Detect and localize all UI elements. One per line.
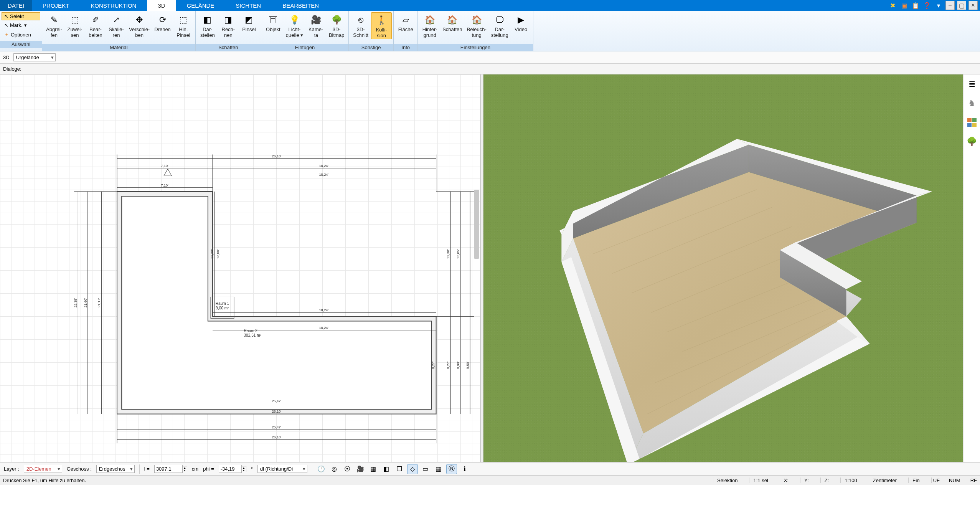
rechnen-button[interactable]: ◨Rech- nen bbox=[218, 12, 239, 38]
rec-icon[interactable]: ⦿ bbox=[342, 464, 353, 474]
kollision-button[interactable]: 🚶Kolli- sion bbox=[371, 12, 392, 39]
l-input[interactable] bbox=[154, 465, 183, 473]
verschieben-button[interactable]: ✥Verschie- ben bbox=[127, 12, 152, 38]
lichtquelle-button[interactable]: 💡Licht- quelle ▾ bbox=[284, 12, 305, 38]
schnitt3d-button[interactable]: ⎋3D- Schnitt bbox=[350, 12, 371, 38]
geschoss-select[interactable]: Erdgeschos bbox=[96, 465, 135, 473]
color-palette-icon[interactable] bbox=[966, 117, 978, 128]
material-tool-icon[interactable]: ▦ bbox=[368, 464, 379, 474]
play-icon: ▶ bbox=[514, 14, 528, 26]
stack-icon[interactable]: ❒ bbox=[394, 464, 405, 474]
close-button[interactable]: × bbox=[968, 1, 978, 10]
info-icon[interactable]: ℹ bbox=[459, 464, 470, 474]
darstellung-button[interactable]: 🖵Dar- stellung bbox=[489, 12, 511, 38]
l-input-wrap: ▲▼ bbox=[154, 465, 187, 473]
box-icon[interactable]: ▣ bbox=[899, 1, 909, 10]
svg-rect-81 bbox=[972, 123, 977, 127]
phi-input[interactable] bbox=[219, 465, 242, 473]
scroll-handle-2d[interactable] bbox=[474, 190, 479, 259]
house-bg-icon: 🏠 bbox=[423, 14, 437, 26]
tool-icon[interactable]: ✖ bbox=[888, 1, 897, 10]
bearbeiten-button[interactable]: ✐Bear- beiten bbox=[85, 12, 106, 38]
scale-icon: ⤢ bbox=[109, 14, 123, 26]
room2-name: Raum 2 bbox=[244, 329, 257, 333]
status-y: Y: bbox=[800, 478, 813, 483]
layers-icon[interactable]: ≣ bbox=[966, 78, 978, 90]
bitmap3d-button[interactable]: 🌳3D- Bitmap bbox=[326, 12, 347, 38]
view-2d[interactable]: Raum 1 9,00 m² Raum 2 302,51 m² bbox=[0, 74, 480, 462]
dialog-bar: Dialoge: bbox=[0, 64, 980, 74]
optionen-button[interactable]: ＋Optionen bbox=[2, 30, 40, 39]
status-sel: 1:1 sel bbox=[749, 478, 772, 483]
phi-spin-up[interactable]: ▲ bbox=[242, 466, 246, 469]
furniture-icon[interactable]: ♞ bbox=[966, 98, 978, 109]
dl-select[interactable]: dl (Richtung/Di bbox=[257, 465, 307, 473]
svg-text:13,05': 13,05' bbox=[456, 249, 460, 259]
layer-select[interactable]: 2D-Elemen bbox=[24, 465, 62, 473]
menu-3d[interactable]: 3D bbox=[147, 0, 176, 11]
menu-projekt[interactable]: PROJEKT bbox=[32, 0, 80, 11]
target-icon[interactable]: ◎ bbox=[329, 464, 340, 474]
svg-text:18,24': 18,24' bbox=[319, 173, 329, 177]
flaeche-button[interactable]: ▱Fläche bbox=[395, 12, 416, 33]
menu-datei[interactable]: DATEI bbox=[0, 0, 32, 11]
brush-icon: ⬚ bbox=[177, 14, 190, 26]
clock-icon[interactable]: 🕒 bbox=[316, 464, 327, 474]
terrain-select[interactable]: Urgelände bbox=[13, 53, 56, 61]
status-num: NUM bbox=[949, 478, 960, 483]
phi-spin-down[interactable]: ▼ bbox=[242, 469, 246, 472]
darstellen-button[interactable]: ◧Dar- stellen bbox=[197, 12, 218, 38]
svg-text:8,27': 8,27' bbox=[446, 361, 450, 369]
svg-text:13,00': 13,00' bbox=[216, 249, 220, 259]
snap-icon[interactable]: ◇ bbox=[407, 464, 418, 474]
camera-tool-icon[interactable]: 🎥 bbox=[355, 464, 366, 474]
titlebar-icons: ✖ ▣ 📋 ❓ ▾ − ▢ × bbox=[888, 0, 980, 11]
beleuchtung-button[interactable]: 🏠Beleuch- tung bbox=[464, 12, 488, 38]
rotate-icon: ⟳ bbox=[156, 14, 170, 26]
status-selektion: Selektion bbox=[713, 478, 741, 483]
view-3d[interactable] bbox=[483, 74, 964, 462]
menu-bearbeiten[interactable]: BEARBEITEN bbox=[272, 0, 330, 11]
mark-button[interactable]: ↖Mark. ▾ bbox=[2, 21, 40, 29]
pinsel-button[interactable]: ◩Pinsel bbox=[239, 12, 259, 33]
help-icon[interactable]: ❓ bbox=[922, 1, 932, 10]
kamera-button[interactable]: 🎥Kame- ra bbox=[305, 12, 326, 38]
video-button[interactable]: ▶Video bbox=[511, 12, 531, 33]
select-tool-icon[interactable]: ▭ bbox=[420, 464, 431, 474]
selekt-button[interactable]: ↖Selekt bbox=[2, 12, 40, 20]
clipboard-icon[interactable]: 📋 bbox=[911, 1, 920, 10]
house-shadow-icon: 🏠 bbox=[445, 14, 459, 26]
plus-icon: ＋ bbox=[4, 31, 9, 38]
status-unit: Zentimeter bbox=[869, 478, 901, 483]
view-selector-bar: 3D Urgelände bbox=[0, 51, 980, 64]
splitter[interactable] bbox=[480, 74, 483, 462]
schatten2-button[interactable]: 🏠Schatten bbox=[440, 12, 464, 33]
menu-gelaende[interactable]: GELÄNDE bbox=[176, 0, 225, 11]
svg-text:25,47': 25,47' bbox=[272, 399, 282, 403]
drehen-button[interactable]: ⟳Drehen bbox=[152, 12, 173, 33]
maximize-button[interactable]: ▢ bbox=[957, 1, 966, 10]
l-spin-down[interactable]: ▼ bbox=[183, 469, 187, 472]
grid-icon[interactable]: ▦ bbox=[433, 464, 444, 474]
abgreifen-button[interactable]: ✎Abgrei- fen bbox=[44, 12, 64, 38]
objekt-button[interactable]: ⛩Objekt bbox=[263, 12, 284, 33]
dropdown-icon[interactable]: ▾ bbox=[934, 1, 943, 10]
tree-icon: 🌳 bbox=[330, 14, 343, 26]
layer-tool-icon[interactable]: ◧ bbox=[381, 464, 392, 474]
phi-label: phi = bbox=[203, 466, 214, 472]
plant-icon[interactable]: 🌳 bbox=[966, 136, 978, 147]
group-einstellungen-title: Einstellungen bbox=[418, 44, 533, 51]
minimize-button[interactable]: − bbox=[945, 1, 955, 10]
status-scale: 1:100 bbox=[840, 478, 861, 483]
north-icon[interactable]: Ⓝ bbox=[446, 464, 457, 474]
l-spin-up[interactable]: ▲ bbox=[183, 466, 187, 469]
camera-icon: 🎥 bbox=[309, 14, 323, 26]
skalieren-button[interactable]: ⤢Skalie- ren bbox=[106, 12, 127, 38]
menu-konstruktion[interactable]: KONSTRUKTION bbox=[80, 0, 147, 11]
status-z: Z: bbox=[820, 478, 833, 483]
menu-sichten[interactable]: SICHTEN bbox=[225, 0, 272, 11]
view-3d-label: 3D bbox=[3, 55, 10, 60]
hinpinsel-button[interactable]: ⬚Hin. Pinsel bbox=[173, 12, 194, 38]
zuweisen-button[interactable]: ⬚Zuwei- sen bbox=[64, 12, 85, 38]
hintergrund-button[interactable]: 🏠Hinter- grund bbox=[419, 12, 440, 38]
